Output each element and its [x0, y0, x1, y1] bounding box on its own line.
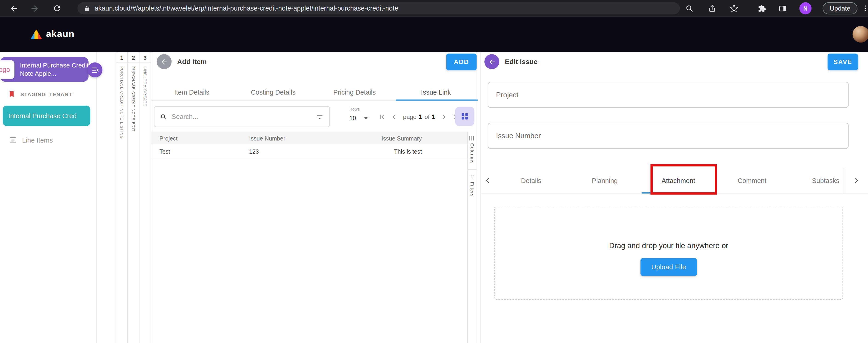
tab-subtasks[interactable]: Subtasks	[789, 177, 844, 184]
add-item-back-button[interactable]	[157, 54, 172, 69]
extensions-puzzle-icon	[758, 4, 766, 12]
add-item-panel: Add Item ADD Item Details Costing Detail…	[151, 52, 477, 343]
side-tab-label: Filters	[469, 182, 475, 197]
sidebar-item-label: Line Items	[22, 136, 53, 144]
brand-name: akaun	[46, 29, 74, 40]
tenant-icon	[8, 90, 16, 99]
chevron-left-icon	[484, 177, 491, 184]
chevron-right-icon	[440, 113, 447, 120]
panel-label: PURCHASE CREDIT NOTE EDIT	[131, 66, 135, 132]
lock-icon	[84, 5, 90, 11]
share-button[interactable]	[708, 4, 716, 13]
pagination-prev-button[interactable]	[391, 113, 398, 120]
brand-logo-icon	[30, 29, 42, 39]
column-header-issue-summary[interactable]: Issue Summary	[340, 135, 423, 141]
panel-number: 3	[140, 52, 151, 63]
column-header-issue-number[interactable]: Issue Number	[241, 135, 340, 141]
pagination-status: page 1 of 1	[403, 113, 435, 120]
grip-icon	[469, 136, 475, 140]
panel-title: Add Item	[177, 58, 207, 66]
cell-issue-number: 123	[241, 148, 340, 155]
edit-issue-back-button[interactable]	[484, 54, 499, 69]
issue-table: Project Issue Number Issue Summary Test …	[151, 132, 468, 159]
kebab-menu-icon	[861, 4, 868, 13]
tab-item-details[interactable]: Item Details	[151, 84, 232, 100]
of-word: of	[425, 113, 430, 120]
column-header-project[interactable]: Project	[151, 135, 241, 141]
chevron-right-icon	[852, 177, 860, 184]
tab-pricing-details[interactable]: Pricing Details	[314, 84, 395, 100]
columns-side-tab[interactable]: Columns	[469, 132, 475, 164]
browser-back-button[interactable]	[7, 2, 21, 15]
tenant-row: STAGING_TENANT	[8, 90, 72, 99]
browser-profile-avatar[interactable]: N	[799, 2, 811, 14]
back-arrow-icon	[488, 58, 496, 66]
rows-per-page-select[interactable]: Rows 10	[349, 107, 377, 121]
pagination-first-button[interactable]	[379, 113, 386, 120]
pagination-next-button[interactable]	[440, 113, 447, 120]
omnibox[interactable]: akaun.cloud/#/applets/tnt/wavelet/erp/in…	[78, 2, 680, 14]
collapsed-panel-tab-1[interactable]: 1 PURCHASE CREDIT NOTE LISTING	[116, 52, 127, 343]
app-header: akaun	[0, 16, 868, 52]
reload-icon	[53, 4, 62, 13]
browser-menu-button[interactable]	[861, 4, 868, 15]
tabs-scroll-left-button[interactable]	[481, 177, 494, 184]
cell-issue-summary: This is test	[340, 148, 423, 155]
side-tab-label: Columns	[469, 143, 475, 164]
chevron-left-icon	[391, 113, 398, 120]
table-side-strip: Columns Filters	[467, 132, 476, 343]
browser-toolbar: akaun.cloud/#/applets/tnt/wavelet/erp/in…	[0, 0, 868, 16]
issue-number-field[interactable]: Issue Number	[488, 123, 849, 149]
tab-comment[interactable]: Comment	[715, 177, 789, 184]
browser-forward-button[interactable]	[28, 2, 41, 15]
menu-open-icon	[91, 65, 99, 74]
sidebar-toggle-button[interactable]	[778, 4, 787, 13]
pagination: page 1 of 1	[379, 109, 460, 124]
add-button[interactable]: ADD	[446, 54, 476, 70]
sidebar-item-line-items[interactable]: Line Items	[9, 136, 53, 144]
filters-side-tab[interactable]: Filters	[469, 170, 475, 197]
table-row[interactable]: Test 123 This is test	[151, 144, 468, 159]
search-input[interactable]	[172, 113, 311, 121]
collapsed-panel-tab-3[interactable]: 3 LINE ITEM CREATE	[139, 52, 151, 343]
extensions-button[interactable]	[757, 4, 766, 13]
panel-number: 2	[128, 52, 139, 63]
bookmark-button[interactable]	[730, 4, 739, 13]
search-box[interactable]	[154, 106, 330, 127]
panel-title: Edit Issue	[505, 58, 537, 66]
sidebar: ogo Internal Purchase Credit Note Apple.…	[0, 52, 97, 343]
sidebar-collapse-button[interactable]	[87, 63, 102, 77]
brand: akaun	[30, 29, 74, 40]
tab-planning[interactable]: Planning	[568, 177, 642, 184]
tab-costing-details[interactable]: Costing Details	[232, 84, 314, 100]
collapsed-panel-tab-2[interactable]: 2 PURCHASE CREDIT NOTE EDIT	[127, 52, 139, 343]
search-icon	[160, 113, 167, 120]
save-button[interactable]: SAVE	[828, 54, 858, 70]
dropzone-text: Drag and drop your file anywhere or	[609, 242, 728, 250]
panel-label: LINE ITEM CREATE	[143, 66, 147, 106]
applet-logo-chip: ogo	[0, 60, 14, 79]
page-current: 1	[419, 113, 422, 120]
page-total: 1	[432, 113, 435, 120]
tab-issue-link[interactable]: Issue Link	[395, 84, 476, 100]
browser-reload-button[interactable]	[50, 2, 64, 15]
panel-label: PURCHASE CREDIT NOTE LISTING	[120, 66, 124, 139]
zoom-button[interactable]	[685, 4, 694, 13]
sidebar-toggle-icon	[778, 4, 787, 12]
user-avatar[interactable]	[852, 26, 868, 42]
module-button[interactable]: Internal Purchase Cred	[3, 106, 90, 126]
funnel-icon	[470, 174, 475, 179]
browser-update-button[interactable]: Update	[823, 2, 858, 14]
project-field[interactable]: Project	[488, 82, 849, 108]
url-text: akaun.cloud/#/applets/tnt/wavelet/erp/in…	[95, 4, 398, 12]
view-toggle-button[interactable]	[455, 107, 474, 126]
edit-issue-panel: Edit Issue SAVE Project Issue Number Det…	[480, 52, 868, 343]
tenant-name: STAGING_TENANT	[21, 91, 72, 97]
tab-details[interactable]: Details	[494, 177, 568, 184]
forward-arrow-icon	[30, 4, 39, 13]
file-dropzone[interactable]: Drag and drop your file anywhere or Uplo…	[494, 206, 843, 300]
upload-file-button[interactable]: Upload File	[641, 258, 697, 276]
filter-icon[interactable]	[316, 112, 324, 121]
tabs-scroll-right-button[interactable]	[844, 168, 868, 194]
rows-value: 10	[349, 114, 356, 121]
